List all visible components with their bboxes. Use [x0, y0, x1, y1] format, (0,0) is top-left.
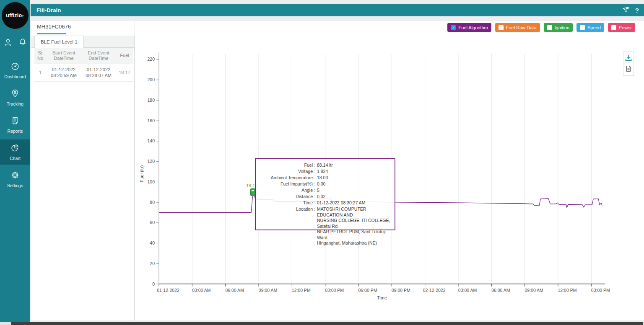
- sidebar-item-label: Chart: [10, 156, 21, 161]
- tooltip-row: Time:01-12-2022 08:30:27 AM: [259, 200, 390, 206]
- x-tick-label: 03:00 AM: [192, 288, 210, 293]
- tooltip-separator: :: [313, 175, 317, 181]
- sidebar-item-reports[interactable]: Reports: [0, 112, 30, 137]
- tooltip-separator: :: [313, 206, 317, 246]
- chart-panel: ✓Fuel AlgorithmFuel Raw DataIgnitionSpee…: [135, 21, 644, 320]
- sidebar-item-label: Tracking: [7, 101, 23, 106]
- x-tick-label: 02-12-2022: [423, 288, 446, 293]
- vehicle-tab[interactable]: MH31FC0676: [37, 23, 71, 34]
- sidebar-item-label: Settings: [7, 183, 23, 188]
- cell-sr: 1: [34, 64, 46, 81]
- tooltip-value: 1.824: [317, 168, 390, 175]
- x-tick-label: 06:00 AM: [491, 288, 510, 293]
- tooltip-value: 0.00: [317, 181, 390, 187]
- tooltip-value: 18.00: [317, 175, 390, 181]
- notifications-bell-icon[interactable]: [18, 38, 27, 49]
- tooltip-separator: :: [313, 162, 317, 168]
- tooltip-value: MATOSHRI COMPUTER EDUCATION AND NURSING …: [317, 206, 390, 246]
- tooltip-value: 5: [317, 187, 390, 193]
- checkbox-unchecked-icon: [611, 25, 616, 30]
- legend-button-speed[interactable]: Speed: [576, 23, 604, 32]
- legend-label: Fuel Algorithm: [458, 25, 488, 30]
- tooltip-label: Fuel Impurity(%): [259, 181, 313, 187]
- tooltip-value: 01-12-2022 08:30:27 AM: [317, 200, 390, 206]
- tooltip-label: Fuel: [259, 162, 313, 168]
- x-tick-label: 06:00 AM: [225, 288, 244, 293]
- x-tick-label: 09:00 PM: [392, 288, 410, 293]
- y-axis-title: Fuel (ltr): [139, 165, 144, 183]
- export-report-icon[interactable]: [625, 65, 632, 72]
- x-tick-label: 01-12-2022: [157, 288, 179, 293]
- tooltip-label: Ambient Temperature: [259, 175, 313, 181]
- y-tick-label: 160: [147, 118, 155, 123]
- y-tick-label: 120: [147, 159, 155, 164]
- horizontal-scrollbar-thumb[interactable]: [11, 322, 643, 325]
- legend-label: Power: [619, 25, 632, 30]
- x-tick-label: 03:00 PM: [325, 288, 344, 293]
- fill-drain-table: Sr NoStart Event DateTimeEnd Event DateT…: [34, 48, 133, 82]
- report-document-icon: [10, 116, 20, 127]
- legend-button-power[interactable]: Power: [608, 23, 635, 32]
- legend-button-fuel-algorithm[interactable]: ✓Fuel Algorithm: [447, 23, 491, 32]
- tooltip-value: 0.02: [317, 193, 390, 200]
- x-tick-label: 12:00 PM: [292, 288, 311, 293]
- tooltip-row: Distance:0.02: [259, 193, 390, 200]
- tooltip-separator: :: [313, 181, 317, 187]
- help-icon[interactable]: ?: [635, 7, 639, 14]
- y-tick-label: 100: [147, 179, 155, 184]
- tooltip-row: Fuel Impurity(%):0.00: [259, 181, 390, 187]
- tooltip-row: Voltage:1.824: [259, 168, 390, 175]
- tooltip-separator: :: [313, 168, 317, 175]
- vehicle-name: MH31FC0676: [37, 23, 71, 30]
- tooltip-value: 88.14 ltr: [317, 162, 390, 168]
- tooltip-separator: :: [313, 193, 317, 200]
- checkbox-unchecked-icon: [499, 25, 504, 30]
- x-tick-label: 03:00 AM: [458, 288, 477, 293]
- speedometer-icon: [10, 62, 20, 72]
- sidebar-item-label: Dashboard: [4, 74, 26, 79]
- cell-start: 01-12-2022 08:20:59 AM: [46, 64, 81, 81]
- column-header: Fuel: [116, 48, 133, 64]
- panel-divider: [134, 36, 135, 320]
- x-tick-label: 09:00 AM: [259, 288, 277, 293]
- sidebar-item-settings[interactable]: Settings: [0, 167, 30, 192]
- sidebar-item-tracking[interactable]: Tracking: [0, 85, 30, 110]
- y-tick-label: 80: [150, 200, 155, 205]
- page-header: Fill-Drain ?: [31, 4, 644, 16]
- y-tick-label: 20: [150, 261, 155, 266]
- sidebar-top-icons: [0, 38, 30, 49]
- filter-settings-icon[interactable]: [622, 6, 630, 14]
- y-tick-label: 200: [147, 77, 155, 82]
- sidebar: uffizio▸ DashboardTrackingReportsChartSe…: [0, 0, 30, 325]
- legend-label: Ignition: [555, 25, 569, 30]
- table-row[interactable]: 101-12-2022 08:20:59 AM01-12-2022 08:28:…: [34, 64, 133, 81]
- sidebar-item-dashboard[interactable]: Dashboard: [0, 58, 30, 83]
- column-header: Start Event DateTime: [46, 48, 81, 64]
- sidebar-item-chart[interactable]: Chart: [0, 139, 30, 165]
- tooltip-row: Angle:5: [259, 187, 390, 193]
- table-header-row: Sr NoStart Event DateTimeEnd Event DateT…: [34, 48, 133, 64]
- checkbox-unchecked-icon: [547, 25, 552, 30]
- user-icon[interactable]: [3, 38, 13, 49]
- app-logo[interactable]: uffizio▸: [2, 2, 29, 29]
- checkbox-unchecked-icon: [580, 25, 585, 30]
- x-tick-label: 06:00 PM: [358, 288, 377, 293]
- download-chart-icon[interactable]: [625, 55, 632, 62]
- x-tick-label: 09:00 AM: [525, 288, 543, 293]
- legend-button-ignition[interactable]: Ignition: [544, 23, 573, 32]
- x-tick-label: 03:00 PM: [591, 288, 610, 293]
- x-axis-title: Time: [377, 295, 387, 300]
- location-pin-icon: [10, 89, 20, 100]
- tab-ble-fuel-level-1[interactable]: BLE Fuel Level 1: [34, 36, 84, 48]
- report-panel: MH31FC0676 BLE Fuel Level 1 Sr NoStart E…: [31, 21, 134, 320]
- legend-button-fuel-raw-data[interactable]: Fuel Raw Data: [495, 23, 540, 32]
- vehicle-tab-underline: [37, 33, 66, 34]
- app-logo-arrow-icon: ▸: [22, 13, 24, 18]
- tooltip-label: Time: [259, 200, 313, 206]
- tooltip-label: Location: [259, 206, 313, 246]
- fill-event-marker-icon[interactable]: [250, 188, 255, 196]
- legend-label: Fuel Raw Data: [506, 25, 537, 30]
- header-icons: ?: [622, 6, 639, 14]
- column-header: End Event DateTime: [81, 48, 116, 64]
- y-tick-label: 220: [147, 57, 155, 62]
